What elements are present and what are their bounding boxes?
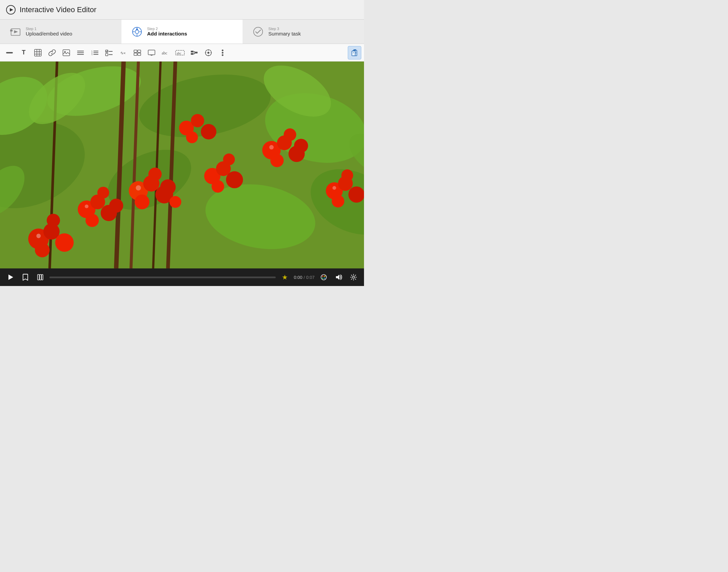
chapters-button[interactable] bbox=[35, 271, 46, 283]
svg-point-97 bbox=[160, 180, 176, 195]
tool-text-abc-button[interactable]: abc bbox=[159, 46, 173, 59]
tool-minus-button[interactable] bbox=[3, 46, 16, 59]
tool-list-button[interactable] bbox=[74, 46, 87, 59]
tool-goto-button[interactable] bbox=[187, 46, 201, 59]
tool-formula-button[interactable]: ∿ × bbox=[116, 46, 130, 59]
svg-point-52 bbox=[207, 52, 209, 54]
svg-rect-131 bbox=[42, 275, 43, 280]
svg-rect-65 bbox=[352, 51, 355, 56]
toolbar: T 1. bbox=[0, 44, 364, 62]
step-3-text: Step 3 Summary task bbox=[268, 27, 301, 37]
svg-rect-40 bbox=[148, 50, 155, 55]
svg-point-59 bbox=[222, 54, 224, 56]
svg-marker-137 bbox=[336, 275, 339, 280]
svg-point-98 bbox=[169, 196, 181, 208]
svg-point-132 bbox=[321, 275, 326, 280]
bookmark-button[interactable] bbox=[20, 271, 31, 283]
progress-bar[interactable] bbox=[49, 277, 276, 278]
tool-interaction-summary-button[interactable] bbox=[131, 46, 144, 59]
svg-rect-37 bbox=[138, 50, 141, 52]
svg-point-108 bbox=[284, 128, 296, 141]
player-controls: ★ 0:00 / 0:07 bbox=[0, 268, 364, 286]
step-1[interactable]: Step 1 Upload/embed video bbox=[0, 20, 121, 44]
svg-marker-128 bbox=[8, 275, 13, 280]
step-2[interactable]: Step 2 Add interactions bbox=[121, 20, 243, 44]
svg-text:∿: ∿ bbox=[120, 50, 123, 55]
svg-point-116 bbox=[191, 114, 204, 127]
svg-text:×: × bbox=[123, 51, 126, 55]
svg-point-103 bbox=[223, 153, 235, 165]
time-display: 0:00 / 0:07 bbox=[294, 275, 315, 280]
step-3[interactable]: Step 3 Summary task bbox=[243, 20, 364, 44]
svg-point-102 bbox=[211, 180, 224, 193]
svg-rect-130 bbox=[40, 275, 41, 280]
svg-point-117 bbox=[201, 124, 217, 140]
star-button[interactable]: ★ bbox=[279, 271, 291, 283]
tool-paste-button[interactable] bbox=[348, 46, 361, 59]
svg-point-120 bbox=[136, 185, 141, 190]
volume-button[interactable] bbox=[333, 271, 344, 283]
settings-button[interactable] bbox=[348, 271, 359, 283]
svg-point-123 bbox=[85, 205, 89, 208]
total-time: 0:07 bbox=[306, 275, 315, 280]
svg-point-119 bbox=[36, 234, 41, 238]
svg-rect-46 bbox=[191, 51, 194, 52]
step-1-text: Step 1 Upload/embed video bbox=[26, 27, 72, 37]
svg-point-58 bbox=[222, 52, 224, 53]
tool-ordered-list-button[interactable]: 1. 2. 3. bbox=[88, 46, 101, 59]
svg-rect-19 bbox=[63, 50, 70, 56]
svg-rect-36 bbox=[134, 50, 137, 52]
step-3-icon bbox=[252, 26, 264, 38]
tool-pointer-button[interactable] bbox=[202, 46, 215, 59]
svg-point-91 bbox=[109, 198, 123, 213]
svg-text:abc: abc bbox=[177, 51, 181, 55]
svg-marker-1 bbox=[10, 8, 13, 11]
tool-checklist-button[interactable] bbox=[102, 46, 116, 59]
svg-rect-61 bbox=[354, 49, 356, 51]
play-button[interactable] bbox=[5, 271, 16, 283]
svg-point-118 bbox=[186, 132, 198, 143]
svg-point-6 bbox=[135, 30, 139, 33]
step-2-icon bbox=[131, 26, 143, 38]
svg-marker-3 bbox=[14, 30, 18, 33]
svg-point-113 bbox=[332, 195, 344, 208]
svg-point-57 bbox=[222, 49, 224, 51]
svg-point-11 bbox=[136, 28, 138, 30]
svg-point-135 bbox=[322, 278, 323, 279]
svg-rect-14 bbox=[35, 49, 41, 56]
tool-text-button[interactable]: T bbox=[17, 46, 30, 59]
step-2-text: Step 2 Add interactions bbox=[147, 27, 187, 37]
svg-point-89 bbox=[86, 214, 99, 227]
svg-point-96 bbox=[149, 168, 162, 181]
svg-point-109 bbox=[294, 139, 308, 153]
svg-point-121 bbox=[269, 145, 274, 149]
tool-more-button[interactable] bbox=[216, 46, 229, 59]
svg-point-95 bbox=[135, 194, 150, 209]
svg-point-136 bbox=[324, 278, 325, 279]
app-icon bbox=[6, 5, 16, 15]
svg-rect-48 bbox=[195, 52, 198, 53]
app-header: Interactive Video Editor bbox=[0, 0, 364, 20]
svg-point-84 bbox=[35, 243, 50, 258]
svg-point-83 bbox=[55, 233, 74, 252]
tool-table-button[interactable] bbox=[31, 46, 45, 59]
video-content bbox=[0, 62, 364, 268]
svg-rect-4 bbox=[10, 29, 13, 31]
svg-point-101 bbox=[226, 171, 243, 188]
app-title: Interactive Video Editor bbox=[20, 5, 96, 14]
tool-link-button[interactable] bbox=[45, 46, 59, 59]
step-1-icon bbox=[9, 26, 22, 38]
svg-point-112 bbox=[348, 186, 364, 202]
tool-fill-blank-button[interactable]: abc bbox=[173, 46, 187, 59]
palette-button[interactable] bbox=[318, 271, 329, 283]
tool-monitor-button[interactable] bbox=[145, 46, 158, 59]
steps-bar: Step 1 Upload/embed video Step 2 Add int… bbox=[0, 20, 364, 44]
time-separator: / bbox=[303, 275, 306, 280]
svg-point-114 bbox=[341, 169, 353, 181]
svg-point-107 bbox=[270, 154, 283, 167]
video-frame bbox=[0, 62, 364, 268]
svg-rect-47 bbox=[191, 53, 194, 55]
svg-text:3.: 3. bbox=[91, 53, 93, 55]
svg-point-90 bbox=[97, 187, 109, 198]
tool-image-button[interactable] bbox=[60, 46, 73, 59]
